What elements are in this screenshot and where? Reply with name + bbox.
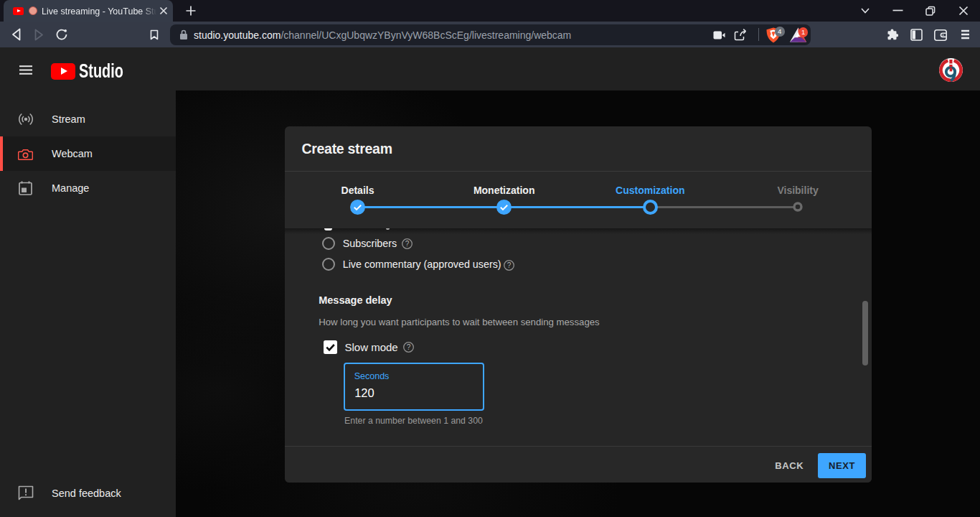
svg-text:?: ? — [405, 240, 409, 248]
svg-text:?: ? — [507, 261, 511, 269]
svg-text:?: ? — [407, 343, 411, 351]
